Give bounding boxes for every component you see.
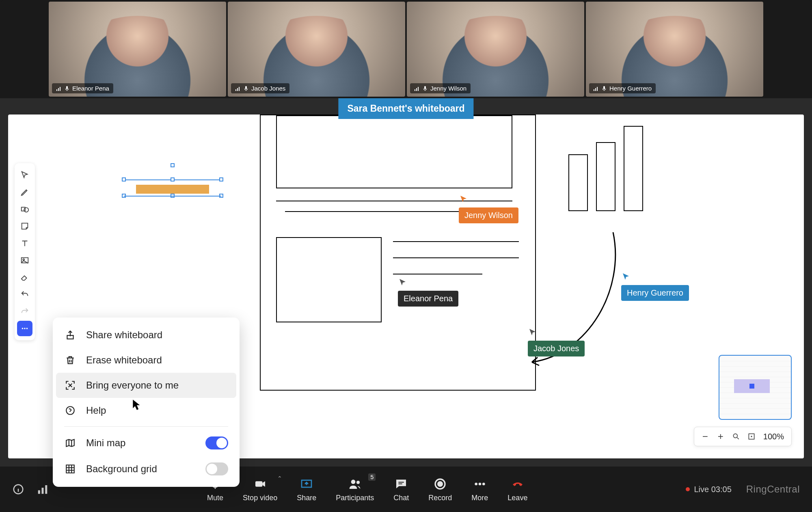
eraser-tool[interactable] — [17, 270, 32, 285]
image-tool[interactable] — [17, 253, 32, 268]
svg-rect-34 — [42, 488, 44, 494]
whiteboard-canvas[interactable]: Share whiteboard Erase whiteboard Bring … — [8, 114, 804, 458]
video-tile[interactable]: Eleanor Pena — [49, 2, 226, 97]
svg-point-23 — [23, 259, 24, 260]
wireframe-hero — [276, 115, 512, 188]
record-icon — [433, 477, 447, 491]
button-label: Chat — [393, 494, 409, 502]
focus-icon — [64, 379, 76, 391]
minimap-toggle[interactable] — [205, 436, 228, 449]
shapes-tool[interactable] — [17, 201, 32, 217]
hangup-icon — [510, 477, 525, 491]
orange-rectangle — [136, 185, 209, 194]
button-label: Mute — [207, 494, 223, 502]
app-window: Eleanor Pena Jacob Jones Jenny Wilson — [0, 0, 812, 512]
remote-cursor-jenny: Jenny Wilson — [459, 194, 518, 223]
cursor-label: Henry Guerrero — [621, 285, 689, 301]
stop-video-button[interactable]: ⌃ Stop video — [243, 477, 277, 502]
svg-point-47 — [482, 482, 485, 485]
button-label: Leave — [508, 494, 527, 502]
svg-point-39 — [351, 480, 356, 484]
selected-shape[interactable] — [124, 165, 221, 198]
menu-label: Mini map — [86, 437, 125, 449]
zoom-in-button[interactable]: + — [714, 430, 728, 443]
grid-toggle-item[interactable]: Background grid — [53, 456, 240, 482]
svg-point-45 — [475, 482, 477, 485]
svg-point-46 — [478, 482, 481, 485]
share-icon — [64, 329, 76, 341]
signal-icon — [56, 86, 62, 91]
bring-everyone-item[interactable]: Bring everyone to me — [56, 373, 236, 398]
wireframe-document[interactable] — [260, 114, 536, 391]
svg-rect-6 — [237, 88, 238, 91]
minimap[interactable] — [719, 355, 792, 420]
participant-name: Jacob Jones — [251, 85, 285, 92]
more-icon — [473, 477, 487, 491]
text-tool[interactable] — [17, 235, 32, 251]
button-label: Stop video — [243, 494, 277, 502]
cursor-icon — [528, 328, 538, 339]
zoom-level[interactable]: 100% — [760, 432, 787, 441]
mic-icon — [422, 86, 428, 91]
participants-button[interactable]: 5 Participants — [336, 477, 374, 502]
video-tile[interactable]: Jenny Wilson — [407, 2, 584, 97]
remote-cursor-jacob: Jacob Jones — [528, 328, 585, 356]
cursor-icon — [459, 194, 469, 206]
video-label: Henry Guerrero — [589, 83, 656, 93]
signal-icon — [414, 86, 420, 91]
sticky-tool[interactable] — [17, 218, 32, 234]
button-label: Share — [297, 494, 316, 502]
brand-logo: RingCentral — [746, 484, 800, 495]
more-menu-popup: Share whiteboard Erase whiteboard Bring … — [53, 318, 240, 487]
zoom-fit-button[interactable] — [729, 430, 743, 443]
whiteboard-title: Sara Bennett's whiteboard — [338, 98, 473, 119]
svg-rect-2 — [60, 87, 60, 91]
live-text: Live 03:05 — [694, 485, 731, 494]
info-button[interactable] — [12, 483, 24, 495]
mic-icon — [64, 86, 70, 91]
video-label: Eleanor Pena — [52, 83, 113, 93]
wireframe-line — [393, 274, 482, 274]
svg-rect-33 — [38, 490, 40, 494]
chevron-up-icon[interactable]: ⌃ — [277, 475, 282, 482]
video-tile[interactable]: Henry Guerrero — [586, 2, 763, 97]
divider — [64, 426, 228, 427]
button-label: More — [471, 494, 488, 502]
svg-rect-1 — [58, 88, 59, 91]
participant-name: Henry Guerrero — [609, 85, 652, 92]
cursor-label: Jenny Wilson — [459, 207, 518, 223]
svg-rect-10 — [415, 89, 415, 91]
more-button[interactable] — [17, 321, 32, 336]
signal-button[interactable] — [37, 483, 49, 495]
select-tool[interactable] — [17, 167, 32, 183]
svg-rect-41 — [399, 482, 404, 482]
record-button[interactable]: Record — [428, 477, 452, 502]
zoom-reset-button[interactable] — [745, 430, 758, 443]
menu-label: Share whiteboard — [86, 329, 162, 341]
share-whiteboard-item[interactable]: Share whiteboard — [53, 322, 240, 348]
erase-whiteboard-item[interactable]: Erase whiteboard — [53, 348, 240, 373]
chat-button[interactable]: Chat — [393, 477, 409, 502]
help-item[interactable]: Help — [53, 398, 240, 423]
trash-icon — [64, 354, 76, 366]
bar-chart-sketch[interactable] — [568, 126, 643, 211]
undo-button[interactable] — [17, 287, 32, 302]
pen-tool[interactable] — [17, 184, 32, 200]
minimap-toggle-item[interactable]: Mini map — [53, 430, 240, 456]
more-controls-button[interactable]: More — [471, 477, 488, 502]
button-label: Participants — [336, 494, 374, 502]
map-icon — [64, 437, 76, 449]
svg-rect-37 — [255, 481, 262, 486]
cursor-label: Jacob Jones — [528, 341, 585, 356]
share-screen-icon — [299, 477, 314, 491]
svg-point-25 — [24, 328, 26, 329]
share-button[interactable]: Share — [297, 477, 316, 502]
zoom-out-button[interactable]: − — [698, 430, 712, 443]
menu-label: Erase whiteboard — [86, 354, 162, 366]
svg-point-44 — [438, 482, 443, 486]
grid-toggle[interactable] — [205, 462, 228, 475]
video-tile[interactable]: Jacob Jones — [228, 2, 405, 97]
menu-label: Bring everyone to me — [86, 380, 179, 391]
redo-button[interactable] — [17, 304, 32, 319]
leave-button[interactable]: Leave — [508, 477, 527, 502]
